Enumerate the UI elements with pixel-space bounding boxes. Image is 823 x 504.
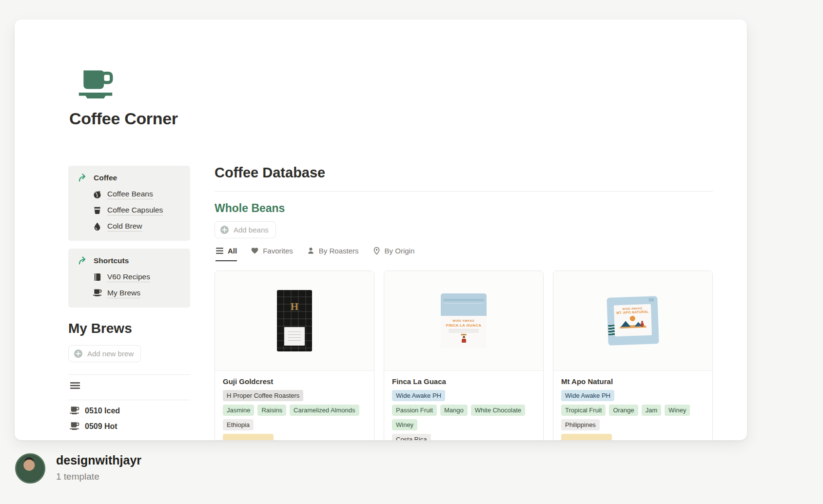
flavor-tag: Winey [665,405,690,416]
card-finca-la-guaca[interactable]: WIDE AWAKE FINCA LA GUACA Finca La Guaca… [384,271,544,440]
origin-tag: Ethiopia [223,419,254,430]
bag-name-text: FINCA LA GUACA [441,323,487,328]
redirect-arrow-icon [78,256,88,266]
plus-circle-icon [74,349,83,358]
add-beans-button[interactable]: Add beans [215,221,276,238]
add-new-brew-label: Add new brew [87,349,134,358]
bag-illustration [459,334,468,343]
sidebar-item-cold-brew[interactable]: Cold Brew [93,218,181,234]
sidebar-item-coffee-capsules[interactable]: Coffee Capsules [93,202,181,218]
flavor-tag: Mango [440,405,468,416]
flavor-tag: Passion Fruit [392,405,437,416]
list-icon [216,247,224,255]
roaster-tag: Wide Awake PH [561,390,614,401]
bag-brand-letter: H [277,301,312,313]
sidebar-group-coffee: Coffee Coffee Beans Coffee Capsules [68,166,190,241]
brew-entry-label: 0509 Hot [85,422,118,431]
card-title: Finca La Guaca [392,377,535,386]
sidebar-item-label: Cold Brew [107,222,142,232]
card-image: WIDE AWAKE MT. APO NATURAL [553,271,712,371]
divider [68,400,190,400]
redirect-arrow-icon [78,173,88,183]
brew-entry-label: 0510 Iced [85,407,120,415]
card-image: WIDE AWAKE FINCA LA GUACA [384,271,543,371]
author-template-count: 1 template [56,471,141,482]
view-tabs: All Favorites By Roasters [216,247,414,261]
heart-icon [251,247,259,255]
coffee-cup-logo-icon [77,68,114,100]
tab-label: By Origin [385,247,415,255]
bag-name-text: MT. APO NATURAL [614,310,651,315]
flavor-tag: Jam [642,405,662,416]
bag-label: WIDE AWAKE FINCA LA GUACA [441,316,487,348]
flavor-tag: Tropical Fruit [561,405,606,416]
card-title: Guji Goldcrest [223,377,366,386]
coffee-bag-photo: H [277,290,312,351]
roaster-tag: Wide Awake PH [392,390,445,401]
card-guji-goldcrest[interactable]: H Guji Goldcrest H Proper Coffee Roaster… [215,271,374,440]
bag-fine-print [449,329,479,333]
group-label-coffee: Coffee [94,174,117,182]
brew-entry-0510-iced[interactable]: 0510 Iced [69,406,120,415]
bag-illustration [618,315,648,329]
coffee-cup-icon [93,289,102,298]
flavor-tag: Raisins [257,405,286,416]
notion-page-panel: Coffee Corner Coffee Coffee Beans [15,19,747,440]
partial-tag [561,434,612,440]
add-beans-label: Add beans [234,226,269,234]
brew-entry-0509-hot[interactable]: 0509 Hot [69,422,118,431]
sidebar-item-v60-recipes[interactable]: V60 Recipes [93,269,181,285]
workspace-title: Coffee Corner [69,109,178,128]
coffee-bean-icon [93,190,102,199]
tab-by-origin[interactable]: By Origin [372,247,415,261]
card-title: Mt Apo Natural [561,377,705,386]
add-new-brew-button[interactable]: Add new brew [68,345,141,362]
author-avatar[interactable] [15,453,45,484]
sidebar-item-label: My Brews [107,289,140,298]
tab-label: Favorites [263,247,293,255]
roaster-tag: H Proper Coffee Roasters [223,390,303,401]
sidebar-group-shortcuts: Shortcuts V60 Recipes My Brews [68,249,190,308]
menu-icon[interactable] [70,381,80,390]
template-author-footer: designwithjayr 1 template [15,453,141,484]
partial-tag [223,434,274,440]
tab-label: All [228,247,237,255]
plus-circle-icon [220,225,229,234]
origin-tag: Costa Rica [392,434,431,440]
origin-tag: Philippines [561,419,600,430]
bag-brand-text: WIDE AWAKE [441,319,487,322]
flavor-tag: Jasmine [223,405,254,416]
bag-label: WIDE AWAKE MT. APO NATURAL [614,304,652,337]
sidebar-item-label: Coffee Capsules [107,206,163,215]
flavor-tag: Orange [609,405,638,416]
bag-zip [648,298,654,301]
tab-all[interactable]: All [216,247,237,261]
card-mt-apo-natural[interactable]: WIDE AWAKE MT. APO NATURAL Mt Apo Natura… [553,271,713,440]
coffee-bag-photo: WIDE AWAKE MT. APO NATURAL [607,296,659,346]
droplet-icon [93,222,102,231]
tab-by-roasters[interactable]: By Roasters [307,247,359,261]
book-icon [93,272,102,282]
divider [68,374,190,375]
gallery-cards: H Guji Goldcrest H Proper Coffee Roaster… [215,271,713,440]
sidebar-item-my-brews[interactable]: My Brews [93,285,181,301]
author-name[interactable]: designwithjayr [56,453,141,467]
tab-favorites[interactable]: Favorites [251,247,293,261]
flavor-tag: Winey [392,419,417,430]
capsule-cup-icon [93,206,102,215]
coffee-cup-icon [69,406,79,415]
sidebar-item-coffee-beans[interactable]: Coffee Beans [93,186,181,202]
person-icon [307,247,315,255]
flavor-tag: White Chocolate [471,405,525,416]
location-pin-icon [372,247,381,255]
group-label-shortcuts: Shortcuts [94,256,129,265]
bag-zip [443,299,484,301]
flavor-tag: Caramelized Almonds [290,405,359,416]
coffee-bag-photo: WIDE AWAKE FINCA LA GUACA [441,293,487,348]
whole-beans-heading: Whole Beans [215,202,285,215]
coffee-cup-icon [69,422,79,431]
divider [215,191,713,192]
tab-label: By Roasters [319,247,359,255]
bag-label [284,327,305,346]
sidebar-item-label: V60 Recipes [107,272,150,282]
